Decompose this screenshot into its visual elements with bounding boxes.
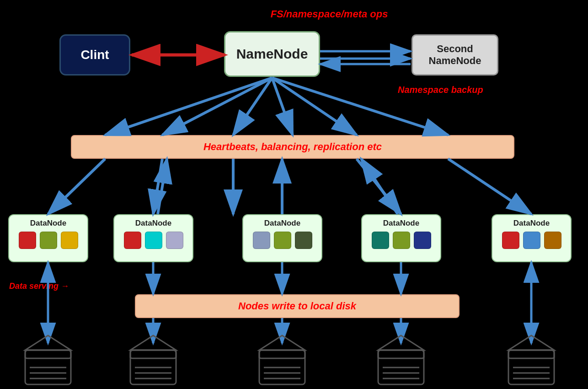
block-3-1 xyxy=(253,232,270,249)
namenode-label: NameNode xyxy=(236,46,308,62)
datanode-1-label: DataNode xyxy=(30,219,66,228)
datanode-3: DataNode xyxy=(242,214,322,262)
disk-icon-4 xyxy=(378,335,424,384)
svg-rect-51 xyxy=(508,350,554,358)
svg-line-10 xyxy=(48,159,105,214)
svg-rect-26 xyxy=(25,350,71,384)
svg-line-6 xyxy=(233,78,272,135)
svg-marker-43 xyxy=(259,335,305,350)
diagram-container: FS/namespace/meta ops Clint NameNode Sec… xyxy=(0,0,588,389)
disk-icon-1 xyxy=(25,335,71,384)
second-namenode-label: SecondNameNode xyxy=(429,43,481,67)
block-3-2 xyxy=(274,232,291,249)
svg-rect-27 xyxy=(25,350,71,358)
datanode-4: DataNode xyxy=(361,214,441,262)
svg-line-11 xyxy=(153,159,162,214)
svg-marker-37 xyxy=(130,335,176,350)
block-5-2 xyxy=(523,232,540,249)
svg-line-5 xyxy=(162,78,272,135)
svg-rect-45 xyxy=(378,350,424,358)
svg-rect-44 xyxy=(378,350,424,384)
block-5-1 xyxy=(502,232,519,249)
svg-marker-55 xyxy=(508,335,554,350)
datanode-3-label: DataNode xyxy=(264,219,300,228)
datanode-2-label: DataNode xyxy=(135,219,171,228)
datanode-2: DataNode xyxy=(113,214,193,262)
nodes-write-label: Nodes write to local disk xyxy=(238,300,356,312)
datanode-2-blocks xyxy=(124,232,183,249)
heartbeats-label: Heartbeats, balancing, replication etc xyxy=(203,141,382,153)
disk-icon-3 xyxy=(259,335,305,384)
svg-line-17 xyxy=(361,159,398,214)
block-4-2 xyxy=(393,232,410,249)
svg-rect-32 xyxy=(130,350,176,384)
nodes-write-bar: Nodes write to local disk xyxy=(135,294,460,318)
datanode-5-label: DataNode xyxy=(513,219,550,228)
svg-marker-31 xyxy=(25,335,71,350)
datanode-1: DataNode xyxy=(8,214,88,262)
block-2-1 xyxy=(124,232,141,249)
block-4-3 xyxy=(414,232,431,249)
fs-namespace-label: FS/namespace/meta ops xyxy=(271,8,388,20)
svg-rect-50 xyxy=(508,350,554,384)
datanode-1-blocks xyxy=(19,232,78,249)
datanode-4-label: DataNode xyxy=(383,219,419,228)
datanode-5: DataNode xyxy=(492,214,572,262)
block-1-3 xyxy=(61,232,78,249)
block-2-3 xyxy=(166,232,183,249)
block-3-3 xyxy=(295,232,312,249)
svg-line-15 xyxy=(158,159,167,214)
svg-line-13 xyxy=(357,159,401,214)
namenode-box: NameNode xyxy=(224,31,320,77)
disk-icon-2 xyxy=(130,335,176,384)
svg-line-8 xyxy=(272,78,357,135)
datanode-4-blocks xyxy=(372,232,431,249)
second-namenode-box: SecondNameNode xyxy=(412,34,498,76)
block-2-2 xyxy=(145,232,162,249)
client-label: Clint xyxy=(80,48,109,62)
heartbeats-bar: Heartbeats, balancing, replication etc xyxy=(71,135,514,159)
svg-marker-49 xyxy=(378,335,424,350)
disk-icon-5 xyxy=(508,335,554,384)
svg-rect-33 xyxy=(130,350,176,358)
svg-line-4 xyxy=(105,78,272,135)
block-1-1 xyxy=(19,232,36,249)
data-serving-label: Data serving → xyxy=(9,281,69,291)
block-1-2 xyxy=(40,232,57,249)
client-box: Clint xyxy=(59,34,130,76)
svg-rect-38 xyxy=(259,350,305,384)
namespace-backup-label: Namespace backup xyxy=(398,85,483,95)
block-5-3 xyxy=(544,232,561,249)
datanode-5-blocks xyxy=(502,232,561,249)
svg-line-7 xyxy=(272,78,293,135)
block-4-1 xyxy=(372,232,389,249)
svg-line-14 xyxy=(448,159,531,214)
svg-rect-39 xyxy=(259,350,305,358)
datanode-3-blocks xyxy=(253,232,312,249)
